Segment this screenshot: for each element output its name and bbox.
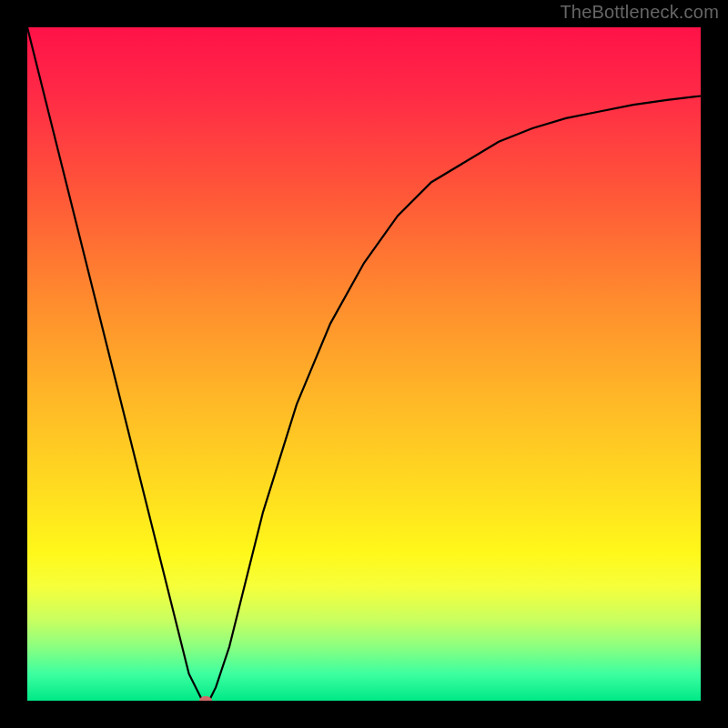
curve-path xyxy=(27,27,701,701)
minimum-marker xyxy=(199,696,212,701)
watermark-text: TheBottleneck.com xyxy=(560,2,719,23)
plot-area xyxy=(27,27,701,701)
chart-frame: TheBottleneck.com xyxy=(0,0,728,728)
bottleneck-curve xyxy=(27,27,701,701)
